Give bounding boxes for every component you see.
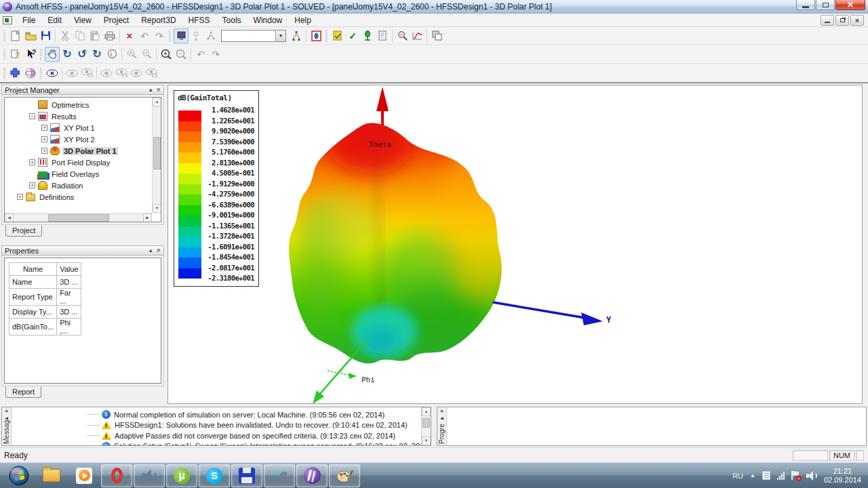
save-button[interactable]: [38, 28, 53, 43]
language-indicator[interactable]: RU: [732, 472, 743, 480]
tab-project[interactable]: Project: [5, 225, 42, 237]
pan-button[interactable]: [45, 47, 60, 62]
tree-hscrollbar[interactable]: ◀ ▶: [5, 213, 152, 222]
tree-item-definitions[interactable]: +Definitions: [5, 191, 151, 203]
open-button[interactable]: [23, 28, 38, 43]
zoom-out-button[interactable]: [139, 47, 154, 62]
show-all-active-button[interactable]: [114, 66, 129, 81]
tree-vscrollbar[interactable]: ▲ ▼: [152, 98, 161, 213]
context-help-button[interactable]: ?: [23, 47, 38, 62]
field-magnifier-button[interactable]: [395, 28, 410, 43]
taskbar-volume-mixer-button[interactable]: [134, 464, 165, 487]
panel-collapse-icon[interactable]: ▴: [149, 247, 153, 253]
tab-report[interactable]: Report: [5, 386, 41, 398]
tree-item-port-field-display[interactable]: +Port Field Display: [5, 157, 151, 168]
property-row[interactable]: Display Ty...3D ...: [9, 306, 81, 319]
port-display-button[interactable]: [309, 28, 323, 43]
property-row[interactable]: Name3D ...: [9, 276, 81, 289]
tray-expand-icon[interactable]: ▲: [750, 472, 755, 479]
validation-check-button[interactable]: [330, 28, 345, 43]
menu-hfss[interactable]: HFSS: [182, 14, 216, 26]
expand-icon[interactable]: +: [29, 182, 35, 188]
taskbar-paint-button[interactable]: [329, 464, 360, 487]
cut-button[interactable]: [58, 28, 73, 43]
taskbar-save-tool-button[interactable]: [231, 464, 262, 487]
print-button[interactable]: [102, 28, 117, 43]
message-row[interactable]: HFSSDesign1: Solutions have been invalid…: [12, 420, 421, 431]
message-row[interactable]: Adaptive Passes did not converge based o…: [12, 430, 421, 441]
new-button[interactable]: [8, 28, 23, 43]
solution-tree-button[interactable]: [289, 28, 304, 43]
messages-close-icon[interactable]: ×: [5, 409, 8, 414]
property-row[interactable]: dB(GainTo...Phi ,...: [9, 319, 81, 336]
minimize-button[interactable]: [796, 0, 815, 10]
hide-all-active-button[interactable]: [144, 66, 159, 81]
taskbar-media-player-button[interactable]: [68, 464, 100, 487]
validate-button[interactable]: [189, 28, 203, 43]
scroll-down-icon[interactable]: ▼: [422, 436, 431, 445]
scroll-up-icon[interactable]: ▲: [153, 98, 161, 106]
expand-icon[interactable]: +: [41, 136, 47, 142]
view-undo-button[interactable]: ↶: [193, 47, 208, 62]
panel-close-icon[interactable]: ×: [157, 247, 161, 253]
redo-button[interactable]: ↷: [152, 28, 167, 43]
collapse-icon[interactable]: −: [29, 113, 35, 119]
solution-select[interactable]: ▼: [221, 30, 286, 42]
menu-view[interactable]: View: [68, 14, 98, 26]
mdi-close-button[interactable]: ×: [850, 15, 864, 26]
zoom-fit-button[interactable]: [174, 47, 189, 62]
view-redo-button[interactable]: ↷: [208, 47, 223, 62]
menu-file[interactable]: File: [16, 14, 41, 26]
menu-tools[interactable]: Tools: [216, 14, 248, 26]
menu-report3d[interactable]: Report3D: [135, 14, 182, 26]
report-curve-button[interactable]: [410, 28, 425, 43]
boundary-display-button[interactable]: [8, 66, 23, 81]
start-button[interactable]: [3, 464, 35, 487]
delete-button[interactable]: ×: [122, 28, 137, 43]
progress-close-icon[interactable]: ×: [440, 409, 443, 414]
menu-edit[interactable]: Edit: [41, 14, 68, 26]
message-row[interactable]: iNormal completion of simulation on serv…: [12, 409, 421, 420]
hide-selection-active-button[interactable]: [79, 66, 94, 81]
analyze-button[interactable]: [203, 28, 218, 43]
expand-icon[interactable]: +: [41, 125, 47, 131]
paste-button[interactable]: [87, 28, 102, 43]
scroll-down-icon[interactable]: ▼: [153, 204, 161, 213]
action-center-icon[interactable]: ×: [791, 471, 800, 480]
tree-item-optimetrics[interactable]: +Optimetrics: [5, 99, 151, 110]
messages-collapse-icon[interactable]: ◀: [5, 415, 8, 420]
show-hide-button[interactable]: [45, 66, 60, 81]
scroll-left-icon[interactable]: ◀: [5, 214, 14, 222]
copy-image-button[interactable]: [429, 28, 444, 43]
copy-button[interactable]: [73, 28, 87, 43]
restore-button[interactable]: [816, 0, 835, 10]
submit-job-button[interactable]: [360, 28, 375, 43]
orient-button[interactable]: i: [104, 47, 119, 62]
clock[interactable]: 21:21 02.09.2014: [824, 467, 861, 485]
tree-item-results[interactable]: −Results: [5, 110, 151, 122]
taskbar-utorrent-button[interactable]: µ: [166, 464, 197, 487]
taskbar-skype-button[interactable]: S: [199, 464, 230, 487]
scroll-up-icon[interactable]: ▲: [422, 407, 431, 416]
tree-item-xy-plot-1[interactable]: +XY Plot 1: [5, 122, 151, 134]
rotate-model-button[interactable]: ↻: [60, 47, 75, 62]
rotate-screen-button[interactable]: ↻: [90, 47, 104, 62]
progress-collapse-icon[interactable]: ◀: [440, 415, 443, 420]
tree-item-field-overlays[interactable]: +Field Overlays: [5, 168, 151, 180]
undo-button[interactable]: ↶: [137, 28, 152, 43]
message-row[interactable]: iSolution Setup 'Setup1', Sweep 'Sweep':…: [12, 441, 421, 446]
network-signal-icon[interactable]: [777, 472, 785, 480]
property-value[interactable]: Phi ,...: [57, 319, 81, 336]
property-value[interactable]: 3D ...: [57, 306, 81, 319]
scroll-right-icon[interactable]: ▶: [143, 214, 152, 222]
zoom-in-button[interactable]: [124, 47, 139, 62]
hide-all-button[interactable]: [129, 66, 144, 81]
tree-item-radiation[interactable]: +Radiation: [5, 180, 151, 191]
taskbar-explorer-button[interactable]: [36, 464, 67, 487]
close-button[interactable]: ✕: [835, 0, 865, 10]
expand-icon[interactable]: +: [41, 148, 47, 154]
tree-item-3d-polar-plot-1[interactable]: +3D Polar Plot 1: [5, 145, 151, 157]
tree-item-xy-plot-2[interactable]: +XY Plot 2: [5, 134, 151, 145]
taskbar-ansoft-button[interactable]: [296, 464, 328, 487]
taskbar-designer-button[interactable]: [264, 464, 295, 487]
